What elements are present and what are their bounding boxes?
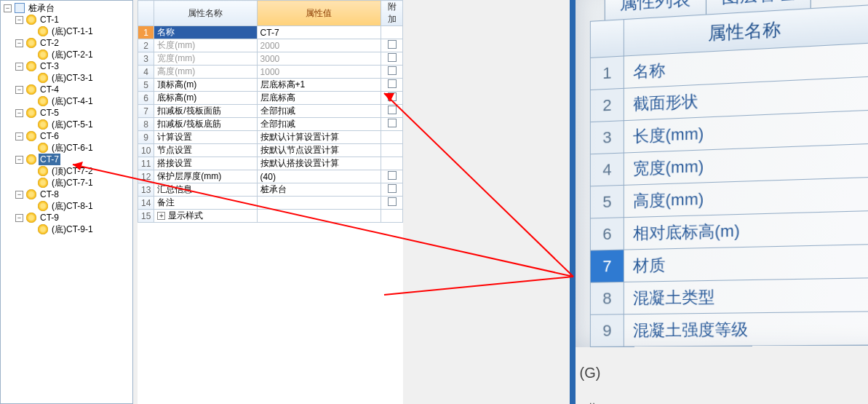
- tree-label[interactable]: (底)CT-4-1: [50, 95, 95, 107]
- collapse-icon[interactable]: −: [4, 4, 12, 12]
- tree-label[interactable]: (底)CT-9-1: [50, 223, 95, 235]
- extra-cell[interactable]: [381, 144, 403, 157]
- property-name-cell[interactable]: 顶标高(m): [154, 79, 257, 92]
- property-value-cell[interactable]: [257, 197, 381, 210]
- property-name-cell[interactable]: 长度(mm): [154, 39, 257, 52]
- tree-row[interactable]: (底)CT-1-1: [1, 25, 132, 37]
- extra-cell[interactable]: [381, 66, 403, 79]
- photo-row[interactable]: 8混凝土类型(半干: [590, 277, 868, 314]
- grid-row[interactable]: 7扣减板/筏板面筋全部扣减: [138, 105, 403, 118]
- photo-prop-name[interactable]: 混凝土类型: [624, 278, 868, 314]
- tree-label[interactable]: CT-9: [39, 212, 60, 223]
- tree-label[interactable]: 桩承台: [27, 2, 56, 14]
- photo-prop-name[interactable]: 材质: [624, 245, 868, 282]
- checkbox-icon[interactable]: [388, 40, 397, 49]
- grid-row[interactable]: 4高度(mm)1000: [138, 66, 403, 79]
- checkbox-icon[interactable]: [388, 92, 397, 101]
- extra-cell[interactable]: [381, 39, 403, 52]
- extra-cell[interactable]: [381, 92, 403, 105]
- tree-label[interactable]: (底)CT-2-1: [50, 49, 95, 60]
- property-name-cell[interactable]: 扣减板/筏板底筋: [154, 118, 257, 131]
- tree-row[interactable]: −CT-9: [1, 212, 132, 223]
- extra-cell[interactable]: [381, 197, 403, 210]
- tree-row[interactable]: (底)CT-3-1: [1, 72, 132, 84]
- tree-row[interactable]: −CT-4: [1, 84, 132, 95]
- extra-cell[interactable]: [381, 118, 403, 131]
- grid-row[interactable]: 14备注: [138, 197, 403, 210]
- tree-row[interactable]: −CT-2: [1, 37, 132, 49]
- photo-prop-name[interactable]: 混凝土强度等级: [624, 312, 868, 346]
- property-value-cell[interactable]: (40): [257, 170, 381, 183]
- tree-label[interactable]: CT-2: [39, 37, 60, 49]
- extra-cell[interactable]: [381, 170, 403, 183]
- extra-cell[interactable]: [381, 210, 403, 223]
- property-value-cell[interactable]: [257, 210, 381, 223]
- tree-label[interactable]: (底)CT-5-1: [50, 119, 95, 130]
- tree-row[interactable]: (底)CT-8-1: [1, 200, 132, 212]
- tree-row[interactable]: (底)CT-5-1: [1, 119, 132, 130]
- tree-row[interactable]: −CT-8: [1, 189, 132, 200]
- checkbox-icon[interactable]: [388, 79, 397, 88]
- grid-row[interactable]: 5顶标高(m)层底标高+1: [138, 79, 403, 92]
- tree-label[interactable]: (底)CT-3-1: [50, 72, 95, 84]
- grid-row[interactable]: 6底标高(m)层底标高: [138, 92, 403, 105]
- grid-row[interactable]: 8扣减板/筏板底筋全部扣减: [138, 118, 403, 131]
- grid-row[interactable]: 15+显示样式: [138, 210, 403, 223]
- property-value-cell[interactable]: 层底标高: [257, 92, 381, 105]
- tree-row[interactable]: −桩承台: [1, 2, 132, 14]
- tree-row[interactable]: (底)CT-2-1: [1, 49, 132, 60]
- tree-row[interactable]: −CT-6: [1, 130, 132, 142]
- property-name-cell[interactable]: 备注: [154, 197, 257, 210]
- tree-label[interactable]: CT-7: [39, 154, 60, 165]
- checkbox-icon[interactable]: [388, 106, 397, 114]
- extra-cell[interactable]: [381, 79, 403, 92]
- property-name-cell[interactable]: 计算设置: [154, 131, 257, 144]
- property-value-cell[interactable]: 2000: [257, 39, 381, 52]
- extra-cell[interactable]: [381, 52, 403, 66]
- tree-label[interactable]: CT-8: [39, 189, 60, 200]
- property-name-cell[interactable]: +显示样式: [154, 210, 257, 223]
- collapse-icon[interactable]: −: [15, 191, 23, 199]
- tree-row[interactable]: −CT-3: [1, 60, 132, 72]
- col-header-value[interactable]: 属性值: [257, 1, 381, 26]
- photo-row[interactable]: 9混凝土强度等级(C30: [590, 311, 868, 347]
- extra-cell[interactable]: [381, 157, 403, 170]
- tree-row[interactable]: (底)CT-7-1: [1, 177, 132, 189]
- property-grid[interactable]: 属性名称 属性值 附加 1名称CT-72长度(mm)20003宽度(mm)300…: [138, 0, 403, 223]
- property-value-cell[interactable]: 层底标高+1: [257, 79, 381, 92]
- property-value-cell[interactable]: 全部扣减: [257, 105, 381, 118]
- tree-row[interactable]: −CT-5: [1, 107, 132, 119]
- tree-label[interactable]: (底)CT-6-1: [50, 142, 95, 154]
- extra-cell[interactable]: [381, 105, 403, 118]
- collapse-icon[interactable]: −: [15, 63, 23, 71]
- property-name-cell[interactable]: 节点设置: [154, 144, 257, 157]
- checkbox-icon[interactable]: [388, 184, 397, 193]
- property-name-cell[interactable]: 搭接设置: [154, 157, 257, 170]
- tree-label[interactable]: (底)CT-7-1: [50, 177, 95, 189]
- grid-row[interactable]: 11搭接设置按默认搭接设置计算: [138, 157, 403, 170]
- property-name-cell[interactable]: 底标高(m): [154, 92, 257, 105]
- property-value-cell[interactable]: 1000: [257, 66, 381, 79]
- photo-property-table[interactable]: 属性名称 1名称ZCT-2截面形状矩形3长度(mm)12004宽度(mm)120…: [590, 1, 868, 347]
- tree-row[interactable]: (顶)CT-7-2: [1, 165, 132, 177]
- tree-row[interactable]: (底)CT-9-1: [1, 223, 132, 235]
- grid-row[interactable]: 3宽度(mm)3000: [138, 52, 403, 66]
- property-value-cell[interactable]: 按默认计算设置计算: [257, 131, 381, 144]
- photo-prop-name[interactable]: 相对底标高(m): [624, 211, 868, 250]
- collapse-icon[interactable]: −: [15, 109, 23, 117]
- property-name-cell[interactable]: 汇总信息: [154, 183, 257, 197]
- property-value-cell[interactable]: CT-7: [257, 26, 381, 39]
- property-value-cell[interactable]: 3000: [257, 52, 381, 66]
- extra-cell[interactable]: [381, 131, 403, 144]
- property-name-cell[interactable]: 保护层厚度(mm): [154, 170, 257, 183]
- collapse-icon[interactable]: −: [15, 16, 23, 24]
- property-value-cell[interactable]: 全部扣减: [257, 118, 381, 131]
- collapse-icon[interactable]: −: [15, 39, 23, 47]
- grid-row[interactable]: 12保护层厚度(mm)(40): [138, 170, 403, 183]
- tree-row[interactable]: −CT-7: [1, 154, 132, 165]
- property-name-cell[interactable]: 扣减板/筏板面筋: [154, 105, 257, 118]
- checkbox-icon[interactable]: [388, 171, 397, 180]
- checkbox-icon[interactable]: [388, 66, 397, 75]
- tree-label[interactable]: CT-1: [39, 14, 60, 25]
- grid-row[interactable]: 10节点设置按默认节点设置计算: [138, 144, 403, 157]
